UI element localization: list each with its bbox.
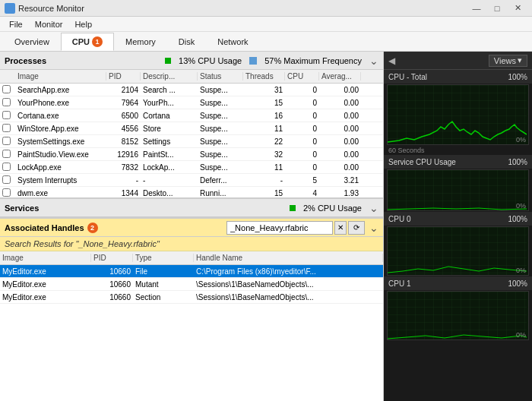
table-row[interactable]: YourPhone.exe 7964 YourPh... Suspe... 15…	[0, 96, 383, 109]
row-check[interactable]	[0, 111, 15, 121]
row-threads: 16	[243, 112, 285, 120]
row-threads: 32	[243, 150, 285, 159]
row-check[interactable]	[0, 137, 15, 147]
tab-disk[interactable]: Disk	[167, 33, 206, 51]
table-row[interactable]: SearchApp.exe 2104 Search ... Suspe... 3…	[0, 84, 383, 96]
search-go-button[interactable]: ⟳	[348, 221, 365, 235]
row-check[interactable]	[0, 150, 15, 159]
row-status: Suspe...	[198, 150, 243, 159]
processes-expand[interactable]: ⌄	[369, 55, 378, 67]
col-cpu[interactable]: CPU	[285, 72, 319, 81]
row-cpu: 5	[285, 176, 319, 185]
cpu-total-label: CPU - Total	[388, 73, 427, 81]
row-pid: 2104	[106, 86, 141, 94]
cpu1-pct: 100%	[508, 279, 527, 288]
cpu-tab-badge: 1	[92, 36, 103, 47]
menu-monitor[interactable]: Monitor	[29, 18, 69, 30]
processes-section-header[interactable]: Processes 13% CPU Usage 57% Maximum Freq…	[0, 52, 383, 70]
cpu-usage-label: 13% CPU Usage	[179, 56, 242, 65]
close-button[interactable]: ✕	[508, 1, 527, 16]
processes-table-header: Image PID Descrip... Status Threads CPU …	[0, 70, 383, 84]
row-image: SearchApp.exe	[15, 86, 106, 94]
col-image[interactable]: Image	[15, 72, 106, 81]
tab-overview[interactable]: Overview	[3, 33, 61, 51]
row-check[interactable]	[0, 188, 15, 198]
row-check[interactable]	[0, 98, 15, 108]
handles-row[interactable]: MyEditor.exe 10660 Mutant \Sessions\1\Ba…	[0, 278, 383, 291]
menu-file[interactable]: File	[3, 18, 29, 30]
table-row[interactable]: Cortana.exe 6500 Cortana Suspe... 16 0 0…	[0, 109, 383, 122]
row-image: dwm.exe	[15, 189, 106, 197]
maximize-button[interactable]: □	[487, 1, 507, 16]
handles-col-type[interactable]: Type	[133, 254, 194, 262]
handle-name: \Sessions\1\BaseNamedObjects\...	[194, 280, 383, 289]
handles-row[interactable]: MyEditor.exe 10660 File C:\Program Files…	[0, 265, 383, 278]
table-row[interactable]: WinStore.App.exe 4556 Store Suspe... 11 …	[0, 122, 383, 135]
handles-col-image[interactable]: Image	[0, 254, 91, 262]
row-threads: 22	[243, 137, 285, 146]
handles-row[interactable]: MyEditor.exe 10660 Section \Sessions\1\B…	[0, 291, 383, 304]
cpu0-graph: 0%	[387, 226, 529, 276]
row-image: YourPhone.exe	[15, 99, 106, 107]
search-area: ✕ ⟳ ⌄	[226, 221, 378, 235]
row-cpu: 0	[285, 137, 319, 146]
row-avg: 0.00	[319, 86, 361, 94]
cpu-total-pct: 100%	[508, 73, 527, 81]
row-check[interactable]	[0, 124, 15, 134]
row-cpu: 0	[285, 99, 319, 107]
services-section-header[interactable]: Services 2% CPU Usage ⌄	[0, 199, 383, 217]
max-freq-indicator	[249, 57, 257, 65]
services-expand[interactable]: ⌄	[369, 202, 378, 214]
row-status: Suspe...	[198, 86, 243, 94]
tab-memory[interactable]: Memory	[114, 33, 167, 51]
col-avg[interactable]: Averag...	[319, 72, 361, 81]
row-status: Suspe...	[198, 99, 243, 107]
service-cpu-label: Service CPU Usage	[388, 158, 456, 166]
row-status: Deferr...	[198, 176, 243, 185]
row-cpu: 0	[285, 125, 319, 133]
table-row[interactable]: LockApp.exe 7832 LockAp... Suspe... 11 0…	[0, 161, 383, 174]
menu-bar: File Monitor Help	[0, 17, 532, 32]
menu-help[interactable]: Help	[68, 18, 98, 30]
row-check[interactable]	[0, 85, 15, 95]
cpu-total-zero: 0%	[516, 136, 526, 144]
cpu1-label: CPU 1	[388, 279, 410, 288]
row-threads: 31	[243, 86, 285, 94]
handles-table-header: Image PID Type Handle Name	[0, 251, 383, 265]
minimize-button[interactable]: —	[467, 1, 486, 16]
handles-badge: 2	[87, 223, 98, 233]
table-row[interactable]: PaintStudio.View.exe 12916 PaintSt... Su…	[0, 148, 383, 161]
handles-col-handle[interactable]: Handle Name	[194, 254, 383, 262]
row-check[interactable]	[0, 175, 15, 185]
panel-collapse-arrow[interactable]: ◀	[388, 55, 395, 66]
col-status[interactable]: Status	[198, 72, 243, 81]
handles-col-pid[interactable]: PID	[91, 254, 133, 262]
cpu0-zero: 0%	[516, 267, 526, 274]
views-button[interactable]: Views ▾	[489, 55, 527, 67]
row-desc: Deskto...	[141, 189, 198, 197]
col-desc[interactable]: Descrip...	[141, 72, 198, 81]
svg-rect-1	[388, 85, 527, 145]
table-row[interactable]: dwm.exe 1344 Deskto... Runni... 15 4 1.9…	[0, 187, 383, 197]
handles-search-input[interactable]	[226, 221, 333, 235]
search-results-label: Search Results for "_None_Heavy.rfabric"	[0, 237, 383, 251]
col-threads[interactable]: Threads	[243, 72, 285, 81]
row-pid: 7964	[106, 99, 141, 107]
processes-title: Processes	[5, 56, 46, 65]
col-pid[interactable]: PID	[106, 72, 141, 81]
handle-name: C:\Program Files (x86)\myeditor\F...	[194, 267, 383, 276]
main-layout: Processes 13% CPU Usage 57% Maximum Freq…	[0, 52, 532, 401]
tab-network[interactable]: Network	[206, 33, 259, 51]
row-avg: 0.00	[319, 99, 361, 107]
cpu-total-graph-section: CPU - Total 100% 0% 60 Seconds	[384, 70, 532, 155]
table-row[interactable]: SystemSettings.exe 8152 Settings Suspe..…	[0, 135, 383, 148]
search-clear-button[interactable]: ✕	[334, 221, 347, 235]
row-check[interactable]	[0, 163, 15, 172]
row-image: LockApp.exe	[15, 163, 106, 172]
handle-image: MyEditor.exe	[0, 280, 91, 289]
row-image: PaintStudio.View.exe	[15, 150, 106, 159]
tab-cpu[interactable]: CPU 1	[61, 33, 114, 51]
table-row[interactable]: System Interrupts - - Deferr... - 5 3.21	[0, 174, 383, 187]
time-label: 60 Seconds	[384, 146, 532, 155]
handles-expand[interactable]: ⌄	[369, 222, 378, 234]
